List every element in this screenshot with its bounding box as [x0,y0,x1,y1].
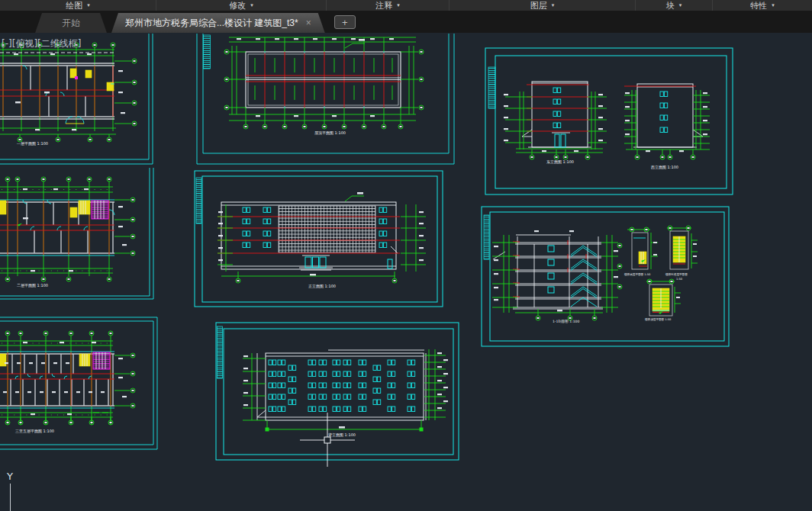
ribbon-panel-block[interactable]: 块 ▾ [636,0,713,11]
walls [0,63,114,119]
ribbon-panel-label: 注释 [375,0,392,11]
ribbon-panel-label: 块 [666,0,675,11]
stair-blocks [0,201,108,227]
axis-grid [0,43,137,142]
frame-hatch-strip [484,215,489,259]
sheet-roof-plan[interactable]: 屋顶平面图 1:100 [197,34,454,164]
sheet-first-floor-plan[interactable]: 一层平面图 1:100 [0,34,153,164]
frame-hatch-strip [196,178,201,223]
sheet-frame [197,34,454,164]
sheet-frame-inner [495,56,727,188]
ribbon-panel-modify[interactable]: 修改 ▾ [156,0,327,11]
sheet-second-floor-plan[interactable]: 二层平面图 1:100 [0,168,153,299]
sheet-title: 楼梯标准层平面图 [665,272,688,276]
ribbon-panel-properties[interactable]: 特性 ▾ [713,0,812,11]
ribbon-panel-label: 修改 [229,0,246,11]
window-grid [269,360,415,412]
sheet-title: 楼梯顶层平面图 1:50 [645,317,672,321]
tab-drawing-label: 郑州市地方税务局综合...楼设计 建筑图_t3* [125,17,298,30]
sheet-title: 1-1剖面图 1:100 [553,320,579,323]
tab-start[interactable]: 开始 [35,13,107,33]
sheet-title: 屋顶平面图 1:100 [314,130,346,136]
ribbon-panel-label: 特性 [750,0,767,11]
chevron-down-icon: ▾ [679,0,682,11]
sheet-frame [0,168,153,299]
ribbon-panel-annotate[interactable]: 注释 ▾ [327,0,450,11]
frame-hatch-strip [488,67,495,108]
plus-icon: + [342,18,348,27]
ribbon-panel-row: 绘图 ▾ 修改 ▾ 注释 ▾ 图层 ▾ 块 ▾ 特性 ▾ [0,0,812,11]
sheet-title-scale: 1:50 [676,278,683,281]
close-tab-icon[interactable]: × [306,18,311,28]
sheet-title: 东立面图 1:100 [546,159,574,165]
frame-hatch-strip [204,35,211,69]
east-elevation: 东立面图 1:100 [504,82,607,165]
file-tab-bar: 开始 郑州市地方税务局综合...楼设计 建筑图_t3* × + [0,11,812,33]
ribbon-panel-label: 图层 [530,0,547,11]
west-elevation: 西立面图 1:100 [624,84,710,170]
axis-grid [0,177,135,281]
sheet-third-to-fifth-floor-plan[interactable]: 三至五层平面图 1:100 [0,317,157,449]
tab-drawing[interactable]: 郑州市地方税务局综合...楼设计 建筑图_t3* × [111,13,325,33]
axis-grid [224,37,424,129]
crosshair-cursor [300,413,355,467]
ribbon-panel-label: 绘图 [66,0,82,11]
chevron-down-icon: ▾ [552,0,555,11]
roof-marks [255,58,392,100]
chevron-down-icon: ▾ [772,0,775,11]
ridge-lines [246,78,401,80]
chevron-down-icon: ▾ [87,0,90,11]
sheet-title: 三至五层平面图 1:100 [15,429,54,434]
tab-start-label: 开始 [62,17,80,30]
drawing-canvas[interactable]: 一层平面图 1:100 [0,33,812,511]
stair-detail-middle: 楼梯标准层平面图 1:50 [665,226,698,281]
front-elevation-drawing: 正立面图 1:100 [218,192,426,289]
sheet-title: 一层平面图 1:100 [17,141,48,146]
column-grid [0,66,114,117]
rear-elevation-drawing: 背立面图 1:100 [243,349,448,438]
frame-hatch-strip [218,326,223,378]
sheet-frame-outer [482,207,729,346]
autocad-window: 绘图 ▾ 修改 ▾ 注释 ▾ 图层 ▾ 块 ▾ 特性 ▾ 开始 郑州市地方税务局… [0,0,812,511]
curtain-wall [279,206,375,252]
stair-blocks [0,352,110,369]
sheet-title: 背立面图 1:100 [328,432,356,438]
building-section: 1-1剖面图 1:100 [492,230,622,323]
sheet-frame-inner [490,212,724,341]
sheet-rear-elevation[interactable]: 背立面图 1:100 [216,323,459,460]
sheet-front-elevation[interactable]: 正立面图 1:100 [195,171,443,307]
ucs-icon: Y [6,471,13,511]
door-arcs [23,66,114,124]
ucs-y-label: Y [6,471,13,482]
sheet-title: 正立面图 1:100 [308,284,336,289]
chevron-down-icon: ▾ [397,0,400,11]
sheet-title: 二层平面图 1:100 [17,283,48,288]
stair-detail-top: 楼梯顶层平面图 1:50 [645,279,681,321]
chevron-down-icon: ▾ [250,0,253,11]
ribbon-panel-draw[interactable]: 绘图 ▾ [0,0,156,11]
sheet-section-and-stairs[interactable]: 1-1剖面图 1:100 楼梯底层平面图 1:50 [482,207,729,346]
stair-detail-ground: 楼梯底层平面图 1:50 [624,227,658,276]
viewport-controls[interactable]: [-][俯视][二维线框] [2,38,81,49]
new-tab-button[interactable]: + [334,15,356,29]
sheet-title: 楼梯底层平面图 1:50 [624,272,651,276]
ribbon-panel-layers[interactable]: 图层 ▾ [450,0,636,11]
sheet-title: 西立面图 1:100 [651,165,678,170]
stair-blocks [70,69,114,91]
sheet-side-elevations[interactable]: 东立面图 1:100 西立面图 1:100 [485,48,733,194]
sheet-frame-outer [216,323,459,460]
sheet-frame-outer [485,48,733,194]
